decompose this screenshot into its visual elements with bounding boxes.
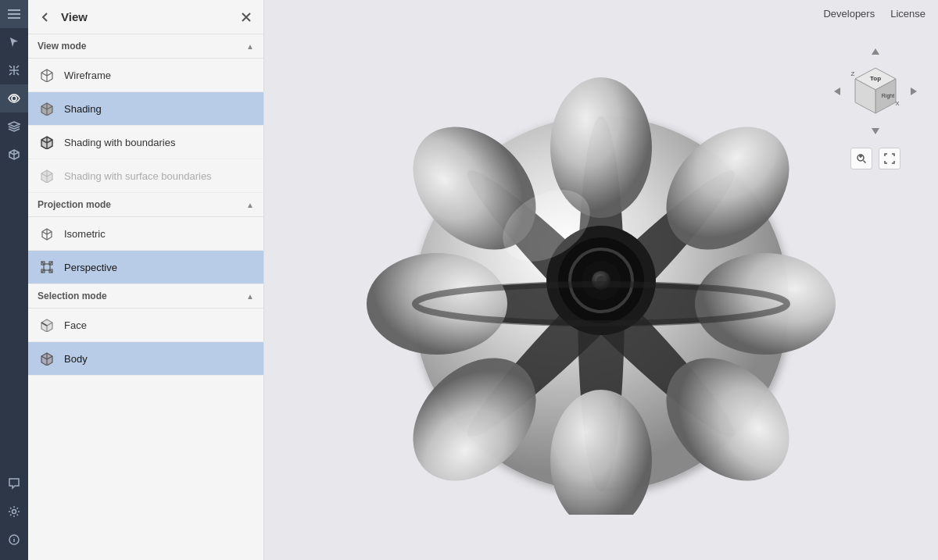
projection-mode-header[interactable]: Projection mode ▲ [28,193,263,217]
chat-icon[interactable] [0,469,28,498]
svg-point-22 [367,253,507,355]
view-mode-label: View mode [38,41,86,52]
svg-text:Right: Right [882,93,894,99]
svg-text:X: X [895,100,900,107]
shading-boundaries-icon [38,133,56,152]
isometric-icon [38,224,56,243]
svg-text:Top: Top [870,75,881,82]
view-icon[interactable] [0,84,28,112]
license-link[interactable]: License [890,8,925,20]
developers-link[interactable]: Developers [823,8,875,20]
navigation-cube[interactable]: Top Right Z X [829,43,922,176]
shading-surface-icon [38,166,56,185]
icon-bar-bottom [0,469,28,560]
top-bar: Developers License [811,0,938,27]
perspective-icon [38,258,56,276]
face-item[interactable]: Face [28,309,263,342]
icon-bar-top [0,0,28,469]
shading-label: Shading [64,103,102,115]
main-viewport[interactable]: Developers License [264,0,938,560]
panel-header: View [28,0,263,34]
box-icon[interactable] [0,141,28,169]
perspective-label: Perspective [64,262,117,273]
face-label: Face [64,319,87,331]
shading-icon [38,99,56,118]
icon-bar [0,0,28,560]
body-item[interactable]: Body [28,342,263,376]
svg-rect-0 [8,9,20,11]
menu-icon[interactable] [0,0,28,28]
nav-left-arrow[interactable] [829,82,847,101]
wireframe-label: Wireframe [64,70,111,81]
svg-point-4 [13,510,16,514]
selection-mode-header[interactable]: Selection mode ▲ [28,284,263,309]
nav-down-arrow[interactable] [866,121,885,140]
nav-up-arrow[interactable] [866,43,885,62]
nav-cube-3d[interactable]: Top Right Z X [847,63,904,119]
view-mode-chevron: ▲ [246,42,254,51]
body-icon [38,349,56,368]
wireframe-item[interactable]: Wireframe [28,59,263,92]
shading-boundaries-label: Shading with boundaries [64,137,175,148]
svg-rect-2 [8,17,20,19]
cursor-icon[interactable] [0,28,28,56]
body-label: Body [64,353,88,365]
wireframe-icon [38,66,56,84]
svg-point-18 [695,253,836,355]
settings-icon[interactable] [0,498,28,526]
fullscreen-button[interactable] [879,148,900,169]
view-mode-header[interactable]: View mode ▲ [28,34,263,59]
svg-text:Z: Z [851,70,855,77]
close-button[interactable] [235,6,257,28]
transform-icon[interactable] [0,56,28,84]
shading-surface-label: Shading with surface boundaries [64,170,212,182]
svg-rect-1 [8,13,20,15]
selection-mode-chevron: ▲ [246,292,254,301]
shading-boundaries-item[interactable]: Shading with boundaries [28,126,263,159]
selection-mode-label: Selection mode [38,291,107,301]
layers-icon[interactable] [0,112,28,141]
zoom-fit-button[interactable] [850,148,872,169]
svg-point-3 [12,96,16,101]
info-icon[interactable] [0,526,28,554]
projection-mode-label: Projection mode [38,199,111,210]
perspective-item[interactable]: Perspective [28,251,263,284]
isometric-item[interactable]: Isometric [28,217,263,251]
nav-right-arrow[interactable] [904,82,922,101]
face-icon [38,316,56,334]
shading-item[interactable]: Shading [28,92,263,126]
nav-cube-icons [850,148,900,169]
shading-surface-item: Shading with surface boundaries [28,159,263,193]
panel-title: View [61,10,235,23]
isometric-label: Isometric [64,228,106,240]
side-panel: View View mode ▲ Wireframe Shading [28,0,264,560]
3d-object [367,46,836,515]
back-button[interactable] [34,6,56,28]
projection-mode-chevron: ▲ [246,201,254,209]
